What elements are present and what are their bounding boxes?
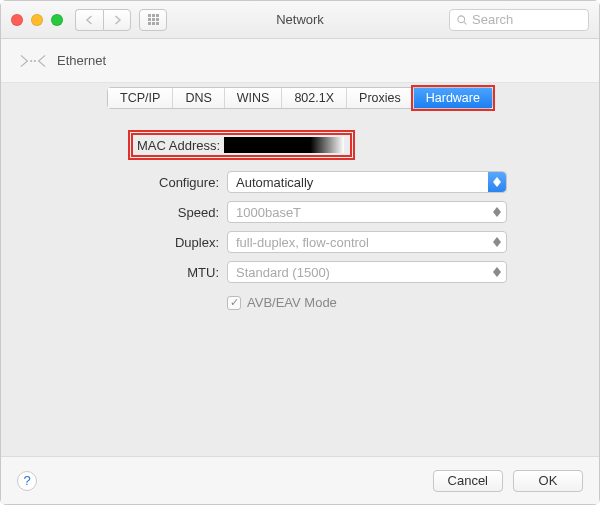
window-network: Network Search Ethernet TCP/IP DNS WINS …	[0, 0, 600, 505]
mtu-select[interactable]: Standard (1500)	[227, 261, 507, 283]
search-icon	[456, 14, 468, 26]
svg-point-0	[458, 15, 465, 22]
svg-line-1	[464, 21, 467, 24]
mtu-label: MTU:	[21, 265, 221, 280]
configure-value: Automatically	[236, 175, 313, 190]
speed-value: 1000baseT	[236, 205, 301, 220]
tab-wins[interactable]: WINS	[225, 88, 283, 108]
hardware-panel: MAC Address: Configure: Automatically Sp…	[1, 109, 599, 456]
svg-marker-7	[493, 212, 501, 217]
configure-select[interactable]: Automatically	[227, 171, 507, 193]
ok-button[interactable]: OK	[513, 470, 583, 492]
avb-row: ✓ AVB/EAV Mode	[227, 295, 579, 310]
tabs-bar: TCP/IP DNS WINS 802.1X Proxies Hardware	[1, 83, 599, 109]
svg-point-3	[34, 59, 36, 61]
tab-hardware[interactable]: Hardware	[414, 88, 492, 108]
svg-point-2	[30, 59, 32, 61]
mac-address-row: MAC Address:	[131, 133, 579, 157]
mtu-value: Standard (1500)	[236, 265, 330, 280]
chevron-updown-icon	[488, 202, 506, 222]
breadcrumb-label: Ethernet	[57, 53, 106, 68]
svg-marker-11	[493, 272, 501, 277]
duplex-value: full-duplex, flow-control	[236, 235, 369, 250]
titlebar: Network Search	[1, 1, 599, 39]
breadcrumb: Ethernet	[1, 39, 599, 83]
speed-label: Speed:	[21, 205, 221, 220]
search-placeholder: Search	[472, 12, 513, 27]
cancel-button[interactable]: Cancel	[433, 470, 503, 492]
zoom-window-button[interactable]	[51, 14, 63, 26]
tab-dns[interactable]: DNS	[173, 88, 224, 108]
nav-buttons	[75, 9, 131, 31]
back-button[interactable]	[75, 9, 103, 31]
tab-proxies[interactable]: Proxies	[347, 88, 414, 108]
svg-marker-5	[493, 182, 501, 187]
close-window-button[interactable]	[11, 14, 23, 26]
mac-address-label: MAC Address:	[137, 138, 220, 153]
mac-address-highlight: MAC Address:	[131, 133, 352, 157]
traffic-lights	[11, 14, 63, 26]
svg-marker-9	[493, 242, 501, 247]
avb-label: AVB/EAV Mode	[247, 295, 337, 310]
chevron-updown-icon	[488, 262, 506, 282]
chevron-updown-icon	[488, 172, 506, 192]
footer: ? Cancel OK	[1, 456, 599, 504]
speed-select[interactable]: 1000baseT	[227, 201, 507, 223]
tab-tcpip[interactable]: TCP/IP	[108, 88, 173, 108]
tab-8021x[interactable]: 802.1X	[282, 88, 347, 108]
show-all-button[interactable]	[139, 9, 167, 31]
hardware-form: MAC Address: Configure: Automatically Sp…	[21, 133, 579, 310]
duplex-label: Duplex:	[21, 235, 221, 250]
ethernet-icon	[19, 51, 47, 71]
search-field[interactable]: Search	[449, 9, 589, 31]
help-button[interactable]: ?	[17, 471, 37, 491]
mac-address-value	[224, 137, 344, 153]
tabs: TCP/IP DNS WINS 802.1X Proxies Hardware	[107, 87, 493, 109]
duplex-select[interactable]: full-duplex, flow-control	[227, 231, 507, 253]
chevron-updown-icon	[488, 232, 506, 252]
forward-button[interactable]	[103, 9, 131, 31]
minimize-window-button[interactable]	[31, 14, 43, 26]
configure-label: Configure:	[21, 175, 221, 190]
grid-icon	[148, 14, 159, 25]
avb-checkbox[interactable]: ✓	[227, 296, 241, 310]
